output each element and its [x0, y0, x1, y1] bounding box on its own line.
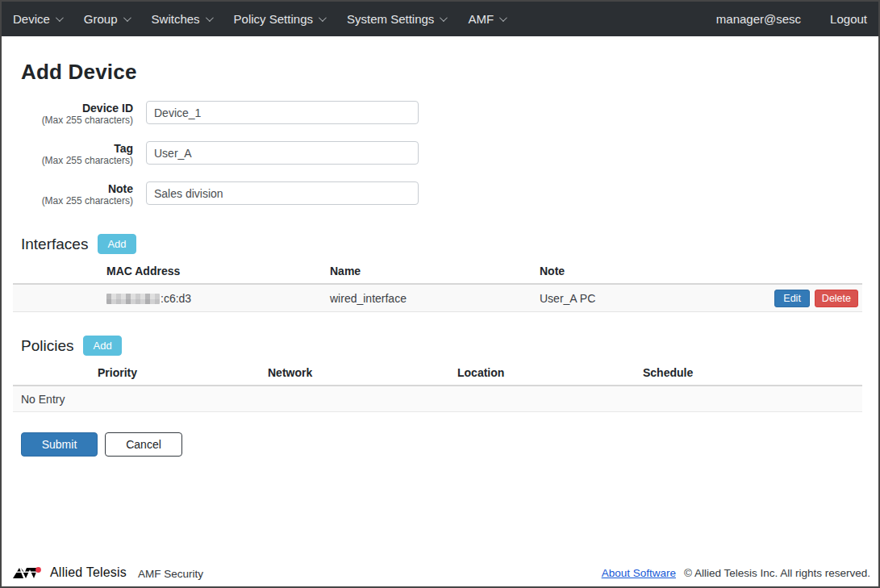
add-device-form: Device ID (Max 255 characters) Tag (Max …	[13, 101, 859, 206]
interface-row-actions: Edit Delete	[774, 290, 862, 307]
note-label: Note	[13, 182, 133, 195]
nav-right: manager@sesc Logout	[716, 12, 867, 26]
nav-item-label: Device	[13, 12, 50, 26]
interface-edit-button[interactable]: Edit	[774, 290, 810, 307]
page-title: Add Device	[21, 60, 859, 85]
logout-button[interactable]: Logout	[830, 12, 867, 26]
nav-menu: Device Group Switches Policy Settings Sy…	[13, 6, 516, 32]
logged-in-user: manager@sesc	[716, 12, 801, 26]
main-content: Add Device Device ID (Max 255 characters…	[2, 60, 878, 457]
nav-item-amf[interactable]: AMF	[457, 6, 516, 32]
chevron-down-icon	[499, 14, 507, 22]
tag-label: Tag	[13, 142, 133, 155]
cancel-button[interactable]: Cancel	[105, 432, 182, 457]
policies-empty-row: No Entry	[13, 386, 862, 412]
nav-item-switches[interactable]: Switches	[140, 6, 223, 32]
interfaces-add-button[interactable]: Add	[98, 234, 136, 254]
interface-mac-cell: :c6:d3	[13, 292, 330, 305]
device-id-label: Device ID	[13, 102, 133, 115]
submit-button[interactable]: Submit	[21, 432, 98, 457]
interfaces-table: MAC Address Name Note :c6:d3 wired_inter…	[13, 265, 862, 312]
form-action-buttons: Submit Cancel	[21, 432, 859, 457]
col-header-schedule: Schedule	[643, 366, 862, 379]
chevron-down-icon	[56, 14, 64, 22]
tag-label-block: Tag (Max 255 characters)	[13, 141, 133, 166]
form-row-note: Note (Max 255 characters)	[13, 181, 859, 206]
col-header-network: Network	[268, 366, 457, 379]
form-row-device-id: Device ID (Max 255 characters)	[13, 101, 859, 126]
nav-item-device[interactable]: Device	[13, 6, 73, 32]
chevron-down-icon	[440, 14, 448, 22]
chevron-down-icon	[123, 14, 131, 22]
mac-redacted-pixelation	[106, 294, 160, 304]
chevron-down-icon	[319, 14, 327, 22]
about-software-link[interactable]: About Software	[602, 567, 676, 579]
nav-item-label: Policy Settings	[234, 12, 313, 26]
interface-name-cell: wired_interface	[330, 292, 537, 305]
nav-item-label: Group	[84, 12, 118, 26]
product-name: AMF Security	[138, 565, 203, 580]
col-header-note: Note	[537, 265, 862, 277]
policies-section-header: Policies Add	[21, 336, 859, 356]
policies-add-button[interactable]: Add	[83, 336, 121, 356]
interface-table-row: :c6:d3 wired_interface User_A PC Edit De…	[13, 285, 862, 312]
col-header-mac-address: MAC Address	[13, 265, 330, 277]
nav-item-policy-settings[interactable]: Policy Settings	[223, 6, 336, 32]
tag-input[interactable]	[146, 141, 419, 165]
nav-item-system-settings[interactable]: System Settings	[336, 6, 457, 32]
note-label-block: Note (Max 255 characters)	[13, 181, 133, 206]
form-row-tag: Tag (Max 255 characters)	[13, 141, 859, 166]
device-id-input[interactable]	[146, 101, 419, 124]
interfaces-section-header: Interfaces Add	[21, 234, 859, 254]
policies-title: Policies	[21, 337, 73, 355]
note-hint: (Max 255 characters)	[13, 195, 133, 206]
app-window: Device Group Switches Policy Settings Sy…	[0, 0, 880, 588]
col-header-priority: Priority	[13, 366, 268, 379]
interfaces-title: Interfaces	[21, 236, 88, 253]
interface-delete-button[interactable]: Delete	[815, 290, 858, 307]
interfaces-table-header: MAC Address Name Note	[13, 265, 862, 285]
device-id-label-block: Device ID (Max 255 characters)	[13, 101, 133, 126]
allied-telesis-logo-icon	[13, 566, 45, 580]
note-input[interactable]	[146, 181, 419, 205]
device-id-hint: (Max 255 characters)	[13, 115, 133, 126]
interface-mac-visible: :c6:d3	[161, 292, 191, 305]
chevron-down-icon	[206, 14, 214, 22]
tag-hint: (Max 255 characters)	[13, 155, 133, 166]
nav-item-group[interactable]: Group	[73, 6, 140, 32]
brand: Allied Telesis AMF Security	[13, 565, 203, 580]
footer-right: About Software © Allied Telesis Inc. All…	[602, 567, 870, 579]
interface-note-cell: User_A PC	[537, 292, 774, 305]
nav-item-label: System Settings	[347, 12, 434, 26]
policies-table-header: Priority Network Location Schedule	[13, 366, 862, 386]
policies-table: Priority Network Location Schedule No En…	[13, 366, 862, 412]
nav-item-label: Switches	[152, 12, 200, 26]
top-navbar: Device Group Switches Policy Settings Sy…	[2, 2, 878, 36]
copyright-text: © Allied Telesis Inc. All rights reserve…	[684, 567, 870, 579]
nav-item-label: AMF	[468, 12, 494, 26]
page-footer: Allied Telesis AMF Security About Softwa…	[2, 562, 878, 586]
brand-name: Allied Telesis	[50, 565, 127, 580]
col-header-location: Location	[457, 366, 643, 379]
col-header-name: Name	[330, 265, 537, 277]
